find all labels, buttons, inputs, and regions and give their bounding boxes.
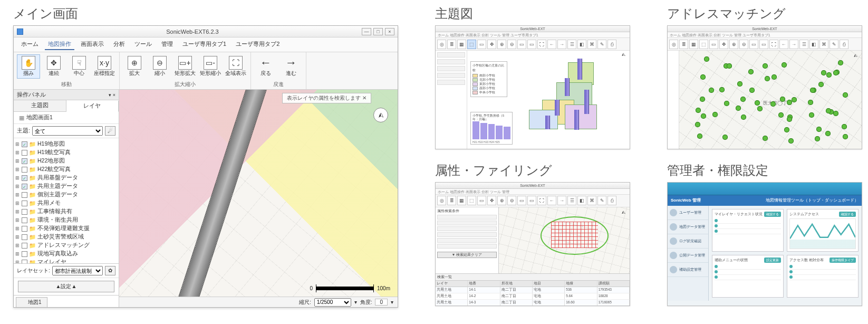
map-pin-icon[interactable]: [815, 136, 820, 141]
map-pin-icon[interactable]: [770, 101, 776, 107]
map-pin-icon[interactable]: [838, 60, 843, 65]
map-pin-icon[interactable]: [709, 88, 714, 93]
ribbon-button[interactable]: ▭+矩形拡大: [173, 54, 197, 79]
layer-tree[interactable]: ⊞📁H19地形図⊞📁H19航空写真⊞📁H22地形図⊞📁H22航空写真⊞📁共用基盤…: [14, 138, 119, 264]
layer-item[interactable]: ⊞📁環境・衛生共用: [15, 216, 117, 224]
layer-item[interactable]: ⊞📁アドレスマッチング: [15, 241, 117, 250]
layer-item[interactable]: ⊞📁H19地形図: [15, 140, 117, 148]
thematic-map[interactable]: 小学校区毎の児童の比較 南部小学校北部小学校東部小学校西部小学校中央小学校 小学…: [467, 51, 630, 149]
map-pin-icon[interactable]: [722, 135, 728, 140]
map-pin-icon[interactable]: [821, 70, 826, 75]
panel-collapse-icon[interactable]: ▾ ×: [109, 92, 115, 98]
layer-item[interactable]: ⊞📁H19航空写真: [15, 148, 117, 157]
map-pin-icon[interactable]: [695, 122, 700, 127]
toolbar-button[interactable]: ⊕: [497, 40, 506, 49]
ribbon-button[interactable]: ⊕拡大: [123, 54, 146, 79]
attribute-map[interactable]: ⮙: [499, 207, 630, 273]
menu-item[interactable]: ユーザ専用タブ1: [179, 39, 229, 50]
menu-item[interactable]: 分析: [110, 39, 128, 50]
config-button[interactable]: ▲設定▲: [18, 281, 114, 292]
admin-nav-item[interactable]: 補助設定管理: [668, 263, 708, 277]
map-pin-icon[interactable]: [724, 101, 729, 106]
toolbar-button[interactable]: ▭: [527, 196, 536, 205]
toolbar-button[interactable]: ▭: [517, 40, 526, 49]
map-pin-icon[interactable]: [763, 63, 768, 69]
map-pin-icon[interactable]: [826, 72, 832, 78]
menu-item[interactable]: 画面表示: [78, 39, 107, 50]
close-button[interactable]: ×: [385, 28, 394, 35]
toolbar-button[interactable]: ✥: [487, 196, 496, 205]
toolbar-button[interactable]: ✥: [487, 40, 496, 49]
toolbar-button[interactable]: ◎: [437, 196, 446, 205]
map-pin-icon[interactable]: [755, 100, 760, 106]
map-pin-icon[interactable]: [700, 97, 705, 102]
map-pin-icon[interactable]: [749, 88, 755, 93]
maximize-button[interactable]: □: [373, 28, 383, 35]
admin-nav-item[interactable]: ユーザー管理: [668, 206, 708, 220]
layer-item[interactable]: ⊞📁個別主題データ: [15, 190, 117, 199]
toolbar-button[interactable]: ☰: [567, 196, 576, 205]
map-pin-icon[interactable]: [697, 134, 702, 139]
layerset-gear-icon[interactable]: ✿: [105, 266, 115, 275]
layer-item[interactable]: ⊞📁工事情報共有: [15, 207, 117, 216]
map-pin-icon[interactable]: [763, 136, 768, 141]
map-pin-icon[interactable]: [736, 106, 741, 111]
table-row[interactable]: 共用土地14-1南二丁目宅地5361793543: [436, 287, 630, 293]
layer-item[interactable]: ⊞📁共用メモ: [15, 199, 117, 207]
toolbar-button[interactable]: ✎: [597, 40, 606, 49]
toolbar-button[interactable]: ⎙: [607, 40, 616, 49]
map-pin-icon[interactable]: [818, 82, 824, 87]
toolbar-button[interactable]: ⌘: [587, 40, 596, 49]
map-pin-icon[interactable]: [809, 112, 814, 118]
toolbar-button[interactable]: ≣: [679, 40, 688, 49]
toolbar-button[interactable]: ⌘: [587, 196, 596, 205]
map-pin-icon[interactable]: [843, 134, 848, 139]
admin-nav-item[interactable]: 地図データ管理: [668, 220, 708, 234]
ribbon-button[interactable]: ☟中心: [67, 54, 91, 79]
panel-tab[interactable]: レイヤ: [66, 101, 119, 112]
toolbar-button[interactable]: ←: [547, 40, 556, 49]
menu-item[interactable]: ユーザ専用タブ2: [233, 39, 283, 50]
menu-item[interactable]: ツール: [131, 39, 155, 50]
toolbar-button[interactable]: ⎙: [840, 40, 848, 49]
layer-item[interactable]: ⊞📁共用主題データ: [15, 182, 117, 190]
result-table[interactable]: 検索一覧 レイヤ地番所在地地目地積課税額 共用土地14-1南二丁目宅地53617…: [436, 274, 630, 306]
toolbar-button[interactable]: ⌘: [819, 40, 828, 49]
map-pin-icon[interactable]: [816, 127, 822, 132]
minimize-button[interactable]: —: [362, 28, 371, 35]
toolbar-button[interactable]: ◧: [577, 196, 586, 205]
map-pin-icon[interactable]: [712, 112, 718, 117]
menu-item[interactable]: 地図操作: [45, 39, 74, 50]
admin-nav-item[interactable]: ログ状況確認: [668, 234, 708, 249]
toolbar-button[interactable]: ☰: [799, 40, 808, 49]
toolbar-button[interactable]: ▭: [517, 196, 526, 205]
map-pin-icon[interactable]: [701, 113, 706, 119]
toolbar-button[interactable]: ⛶: [537, 196, 546, 205]
toolbar-button[interactable]: ▭: [477, 196, 486, 205]
map-canvas[interactable]: 表示レイヤの属性を検索します ✕ ⮙ 0 100m 縮尺: 1/2500 ▾ 角…: [119, 90, 398, 307]
map-pin-icon[interactable]: [704, 56, 709, 62]
map-pin-icon[interactable]: [788, 138, 794, 144]
toolbar-button[interactable]: ⬚: [467, 196, 476, 205]
map-pin-icon[interactable]: [765, 76, 770, 81]
toolbar-button[interactable]: ⊖: [507, 40, 516, 49]
map-pin-icon[interactable]: [782, 62, 787, 68]
map-pin-icon[interactable]: [740, 97, 746, 102]
admin-nav[interactable]: ユーザー管理地図データ管理ログ状況確認公開データ管理補助設定管理: [668, 206, 709, 301]
toolbar-button[interactable]: ⬚: [467, 40, 476, 49]
toolbar-button[interactable]: ≣: [447, 196, 456, 205]
toolbar-button[interactable]: ◧: [809, 40, 818, 49]
layer-item[interactable]: ⊞📁不発弾処理避難支援: [15, 224, 117, 233]
map-pin-icon[interactable]: [825, 131, 831, 136]
ribbon-button[interactable]: ▭-矩形縮小: [199, 54, 222, 79]
toolbar-button[interactable]: ⊕: [497, 196, 506, 205]
toolbar-button[interactable]: ✥: [719, 40, 728, 49]
map-pin-icon[interactable]: [808, 100, 813, 105]
ribbon-button[interactable]: ⊖縮小: [148, 54, 171, 79]
map-pin-icon[interactable]: [792, 97, 797, 102]
toolbar-button[interactable]: ⬚: [699, 40, 708, 49]
table-row[interactable]: 共用土地14-2南二丁目宅地5.6418828: [436, 293, 630, 300]
map-pin-icon[interactable]: [833, 70, 838, 75]
ribbon-button[interactable]: →進む: [279, 54, 303, 79]
layer-item[interactable]: ⊞📁共用基盤データ: [15, 174, 117, 182]
